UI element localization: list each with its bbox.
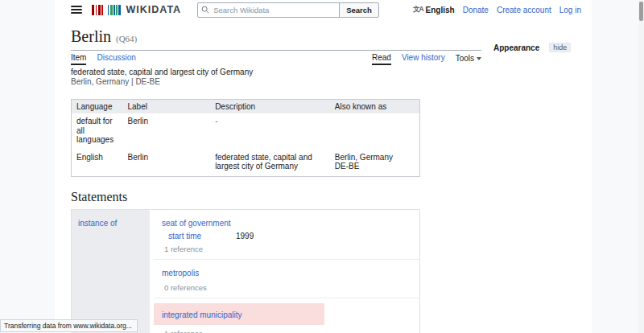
col-description: Description [210,100,330,114]
vertical-scrollbar[interactable] [638,0,644,333]
scrollbar-thumb[interactable] [639,2,643,21]
view-tabs: Read View history Tools [372,53,481,65]
appearance-title: Appearance [493,43,539,52]
tab-item[interactable]: Item [71,53,86,65]
property-cell: instance of [72,210,150,333]
col-label: Label [122,100,210,114]
log-in-link[interactable]: Log in [559,6,581,14]
wikidata-logo-bars-icon [92,5,122,15]
main-menu-icon[interactable] [71,4,82,15]
search-input[interactable] [197,2,340,18]
terms-cell: Berlin, Germany DE-BE [330,150,420,177]
appearance-hide-button[interactable]: hide [549,43,571,52]
tab-view-history[interactable]: View history [402,53,445,65]
col-language: Language [72,100,123,114]
qualifier-property-link[interactable]: start time [168,232,236,240]
property-link[interactable]: instance of [78,219,117,228]
content-column: WIKIDATA Search 文A English Donate Create… [55,0,592,333]
entity-label: Berlin [71,27,111,45]
language-label: English [426,6,455,14]
entity-aliases: Berlin, Germany | DE-BE [71,77,481,87]
claim-value-link[interactable]: metropolis [162,269,199,278]
main-column: Berlin(Q64) Item Discussion Read View hi… [71,28,481,333]
terms-cell: - [210,113,330,150]
status-bar: Transferring data from www.wikidata.org.… [0,319,138,332]
claim-main: metropolis [154,265,419,279]
claims-list: seat of governmentstart time19991 refere… [154,210,419,333]
terms-cell: Berlin [122,150,210,177]
tools-label: Tools [456,54,474,63]
claim-references-toggle[interactable]: 0 references [154,283,419,292]
terms-cell: federated state, capital and largest cit… [210,150,330,177]
terms-table-body: default for all languagesBerlin-EnglishB… [72,113,420,176]
statement-claim: integrated municipality1 reference [154,298,419,333]
claim-value-link[interactable]: integrated municipality [162,310,242,319]
entity-description: federated state, capital and largest cit… [71,68,481,77]
wikidata-page: WIKIDATA Search 文A English Donate Create… [0,0,644,333]
terms-cell [330,113,420,150]
claim-value-link[interactable]: seat of government [162,219,231,228]
claim-references-toggle[interactable]: 1 reference [154,329,419,333]
statement-claim: seat of governmentstart time19991 refere… [154,210,419,260]
namespace-tabs: Item Discussion [71,53,136,65]
terms-cell: default for all languages [72,113,123,150]
search-button[interactable]: Search [339,2,379,18]
statements-heading: Statements [71,190,481,204]
entity-qid: (Q64) [116,34,137,43]
page-title: Berlin(Q64) [71,28,481,51]
donate-link[interactable]: Donate [463,6,489,14]
col-also-known-as: Also known as [330,100,420,114]
statement-group: instance of seat of governmentstart time… [71,209,420,333]
appearance-panel: Appearance hide [493,43,571,52]
language-icon: 文A [413,5,423,14]
terms-table-row: default for all languagesBerlin- [72,113,420,150]
header-user-links: 文A English Donate Create account Log in [413,5,581,14]
chevron-down-icon [477,57,481,60]
terms-table-header-row: Language Label Description Also known as [72,100,420,114]
claim-references-toggle[interactable]: 1 reference [154,245,419,253]
wikidata-logo[interactable]: WIKIDATA [92,4,181,15]
tabs-row: Item Discussion Read View history Tools [71,51,481,64]
claim-main-highlighted: integrated municipality [154,303,324,325]
tab-discussion[interactable]: Discussion [97,53,135,65]
terms-table-row: EnglishBerlinfederated state, capital an… [72,150,420,177]
language-selector[interactable]: 文A English [413,5,455,14]
entity-summary: federated state, capital and largest cit… [71,68,481,86]
page-body: Berlin(Q64) Item Discussion Read View hi… [55,19,592,333]
tools-menu[interactable]: Tools [456,53,481,65]
statement-claim: metropolis0 references [154,260,419,298]
tab-read[interactable]: Read [372,53,391,65]
site-header: WIKIDATA Search 文A English Donate Create… [55,0,592,19]
claim-main: seat of government [154,215,419,229]
search-area: Search [197,2,379,18]
create-account-link[interactable]: Create account [497,6,551,14]
terms-cell: English [72,150,123,177]
search-icon [201,6,209,14]
qualifier-value: 1999 [236,232,254,240]
terms-cell: Berlin [122,113,210,150]
wikidata-logo-text: WIKIDATA [126,4,182,15]
claim-qualifier: start time1999 [168,232,419,240]
terms-table: Language Label Description Also known as… [71,99,420,177]
